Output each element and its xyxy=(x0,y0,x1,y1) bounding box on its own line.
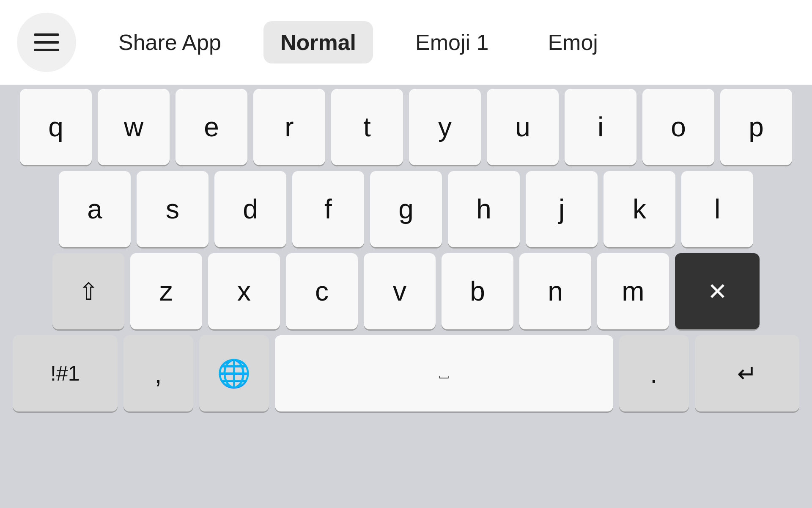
key-b[interactable]: b xyxy=(442,253,513,329)
key-u[interactable]: u xyxy=(487,89,559,165)
hamburger-line-1 xyxy=(34,33,59,36)
key-c[interactable]: c xyxy=(286,253,358,329)
hamburger-line-2 xyxy=(34,41,59,44)
keyboard-row-4: !#1 , 🌐 ⎵ . ↵ xyxy=(13,335,799,411)
key-globe[interactable]: 🌐 xyxy=(199,335,269,411)
hamburger-icon xyxy=(34,33,59,51)
key-return[interactable]: ↵ xyxy=(695,335,800,411)
key-m[interactable]: m xyxy=(597,253,669,329)
key-o[interactable]: o xyxy=(642,89,714,165)
key-v[interactable]: v xyxy=(364,253,436,329)
key-symbols[interactable]: !#1 xyxy=(13,335,118,411)
key-r[interactable]: r xyxy=(253,89,325,165)
key-p[interactable]: p xyxy=(720,89,792,165)
key-s[interactable]: s xyxy=(137,171,208,247)
key-n[interactable]: n xyxy=(519,253,591,329)
key-y[interactable]: y xyxy=(409,89,481,165)
key-x[interactable]: x xyxy=(208,253,280,329)
key-comma[interactable]: , xyxy=(123,335,193,411)
key-e[interactable]: e xyxy=(176,89,247,165)
key-f[interactable]: f xyxy=(292,171,364,247)
tab-emoji1[interactable]: Emoji 1 xyxy=(398,21,505,64)
key-d[interactable]: d xyxy=(214,171,286,247)
keyboard-row-1: q w e r t y u i o p xyxy=(13,89,799,165)
key-w[interactable]: w xyxy=(98,89,170,165)
key-z[interactable]: z xyxy=(130,253,202,329)
key-a[interactable]: a xyxy=(59,171,131,247)
key-q[interactable]: q xyxy=(20,89,92,165)
hamburger-line-3 xyxy=(34,49,59,51)
key-h[interactable]: h xyxy=(448,171,520,247)
keyboard-row-2: a s d f g h j k l xyxy=(13,171,799,247)
tab-emoji2[interactable]: Emoj xyxy=(531,21,614,64)
key-g[interactable]: g xyxy=(370,171,442,247)
key-k[interactable]: k xyxy=(604,171,675,247)
key-shift[interactable]: ⇧ xyxy=(52,253,124,329)
key-space[interactable]: ⎵ xyxy=(275,335,613,411)
key-backspace[interactable]: ✕ xyxy=(675,253,760,329)
key-j[interactable]: j xyxy=(526,171,598,247)
key-i[interactable]: i xyxy=(565,89,636,165)
backspace-icon: ✕ xyxy=(708,278,727,305)
keyboard: q w e r t y u i o p a s d f g h j k l ⇧ … xyxy=(0,85,812,508)
globe-icon: 🌐 xyxy=(217,358,251,389)
tab-normal[interactable]: Normal xyxy=(263,21,373,64)
key-period[interactable]: . xyxy=(619,335,689,411)
menu-button[interactable] xyxy=(17,13,76,72)
tab-share-app[interactable]: Share App xyxy=(102,21,238,64)
key-t[interactable]: t xyxy=(331,89,403,165)
top-bar: Share App Normal Emoji 1 Emoj xyxy=(0,0,812,85)
key-l[interactable]: l xyxy=(681,171,753,247)
return-icon: ↵ xyxy=(737,360,757,387)
keyboard-row-3: ⇧ z x c v b n m ✕ xyxy=(13,253,799,329)
